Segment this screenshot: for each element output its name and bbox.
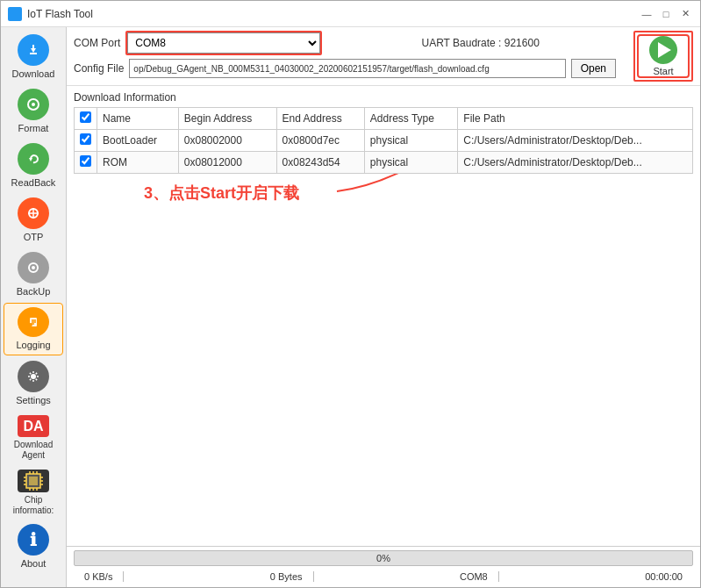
table-header-row: Name Begin Address End Address Address T… — [75, 108, 693, 130]
row1-check — [75, 130, 97, 152]
row2-check — [75, 152, 97, 174]
col-begin: Begin Address — [178, 108, 276, 130]
download-table: Name Begin Address End Address Address T… — [74, 107, 693, 174]
sidebar-item-download[interactable]: Download — [4, 31, 63, 83]
sidebar-label-download: Download — [12, 68, 55, 80]
row1-checkbox[interactable] — [80, 133, 91, 145]
progress-bar-container: 0% — [74, 550, 693, 566]
settings-icon — [18, 361, 49, 392]
svg-rect-2 — [32, 45, 34, 49]
col-type: Address Type — [364, 108, 458, 130]
da-icon: DA — [18, 415, 49, 437]
svg-point-6 — [32, 103, 35, 106]
otp-icon — [18, 197, 49, 229]
com-select-wrapper: COM8 — [125, 31, 322, 55]
sidebar-item-backup[interactable]: BackUp — [4, 248, 63, 301]
config-file-row: Config File Open — [74, 59, 626, 78]
window-title: IoT Flash Tool — [27, 8, 93, 20]
svg-rect-26 — [29, 477, 38, 485]
sidebar-item-logging[interactable]: Logging — [4, 303, 63, 355]
sidebar-item-about[interactable]: ℹ About — [4, 520, 63, 573]
sidebar-label-logging: Logging — [16, 340, 50, 351]
row1-type: physical — [364, 130, 458, 152]
sidebar: Download Format — [1, 27, 67, 587]
sidebar-label-format: Format — [18, 123, 49, 134]
row1-path: C:/Users/Administrator/Desktop/Deb... — [458, 130, 693, 152]
table-row: ROM 0x08012000 0x08243d54 physical C:/Us… — [75, 152, 693, 174]
row2-begin: 0x08012000 — [178, 152, 276, 174]
col-end: End Address — [276, 108, 364, 130]
status-com: COM8 — [449, 571, 499, 582]
select-all-checkbox[interactable] — [80, 111, 91, 123]
main-window: IoT Flash Tool — □ ✕ Download — [0, 0, 701, 588]
sidebar-label-chip: Chipinformatio: — [13, 495, 54, 516]
sidebar-label-backup: BackUp — [17, 286, 51, 298]
content: COM Port COM8 UART Baudrate : 921600 Con… — [67, 27, 700, 587]
close-button[interactable]: ✕ — [677, 6, 693, 22]
status-speed: 0 KB/s — [74, 571, 124, 582]
row2-name: ROM — [97, 152, 179, 174]
format-icon — [18, 89, 49, 120]
toolbar-right: Start — [633, 31, 693, 82]
app-icon — [8, 7, 22, 21]
sidebar-item-readback[interactable]: ReadBack — [4, 140, 63, 192]
title-bar-left: IoT Flash Tool — [8, 7, 93, 21]
status-bar: 0 KB/s 0 Bytes COM8 00:00:00 — [74, 570, 693, 584]
play-icon — [658, 42, 671, 58]
title-bar: IoT Flash Tool — □ ✕ — [1, 1, 700, 27]
main-layout: Download Format — [1, 27, 700, 587]
start-button-inner — [649, 36, 677, 64]
sidebar-label-about: About — [21, 558, 46, 570]
download-icon — [18, 34, 49, 66]
toolbar-left: COM Port COM8 UART Baudrate : 921600 Con… — [74, 31, 626, 82]
sidebar-item-chip[interactable]: Chipinformatio: — [4, 466, 63, 519]
col-name: Name — [97, 108, 179, 130]
bottom-bar: 0% 0 KB/s 0 Bytes COM8 00:00:00 — [67, 546, 700, 587]
minimize-button[interactable]: — — [639, 6, 655, 22]
maximize-button[interactable]: □ — [658, 6, 674, 22]
start-button-wrapper: Start — [633, 31, 693, 82]
svg-point-15 — [32, 266, 35, 269]
row1-name: BootLoader — [97, 130, 179, 152]
com-row: COM Port COM8 UART Baudrate : 921600 — [74, 31, 626, 55]
annotation-area: 1、选择com口 2、载入文件 3、点击Start开启下载 — [74, 174, 693, 541]
readback-icon — [18, 143, 49, 175]
com-port-select[interactable]: COM8 — [127, 32, 320, 54]
content-wrapper: COM Port COM8 UART Baudrate : 921600 Con… — [67, 27, 700, 587]
svg-rect-3 — [30, 53, 37, 54]
svg-point-7 — [25, 150, 42, 168]
row2-end: 0x08243d54 — [276, 152, 364, 174]
status-bytes: 0 Bytes — [260, 571, 314, 582]
sidebar-item-settings[interactable]: Settings — [4, 357, 63, 410]
svg-point-24 — [31, 374, 36, 379]
sidebar-item-format[interactable]: Format — [4, 85, 63, 138]
sidebar-item-da[interactable]: DA DownloadAgent — [4, 412, 63, 464]
backup-icon — [18, 252, 49, 283]
status-time: 00:00:00 — [634, 571, 693, 582]
sidebar-item-otp[interactable]: OTP — [4, 194, 63, 247]
section-title: Download Information — [74, 91, 693, 104]
row2-checkbox[interactable] — [80, 155, 91, 167]
col-check — [75, 108, 97, 130]
table-row: BootLoader 0x08002000 0x0800d7ec physica… — [75, 130, 693, 152]
progress-text: 0% — [376, 553, 390, 563]
download-section: Download Information Name Begin Address … — [67, 86, 700, 546]
com-port-label: COM Port — [74, 37, 120, 49]
open-button[interactable]: Open — [571, 59, 616, 78]
baudrate-label: UART Baudrate : 921600 — [334, 37, 626, 49]
chip-icon — [18, 470, 49, 492]
sidebar-label-settings: Settings — [16, 395, 51, 406]
config-file-input[interactable] — [129, 59, 565, 78]
sidebar-label-otp: OTP — [24, 232, 44, 243]
sidebar-label-readback: ReadBack — [11, 177, 56, 189]
toolbar-wrapper: COM Port COM8 UART Baudrate : 921600 Con… — [67, 27, 700, 86]
about-icon: ℹ — [18, 524, 49, 556]
annotation-svg — [74, 174, 693, 541]
row2-path: C:/Users/Administrator/Desktop/Deb... — [458, 152, 693, 174]
start-label: Start — [653, 66, 673, 76]
title-controls: — □ ✕ — [639, 6, 693, 22]
start-button[interactable]: Start — [637, 34, 690, 78]
row1-end: 0x0800d7ec — [276, 130, 364, 152]
config-file-label: Config File — [74, 62, 124, 75]
col-path: File Path — [458, 108, 693, 130]
